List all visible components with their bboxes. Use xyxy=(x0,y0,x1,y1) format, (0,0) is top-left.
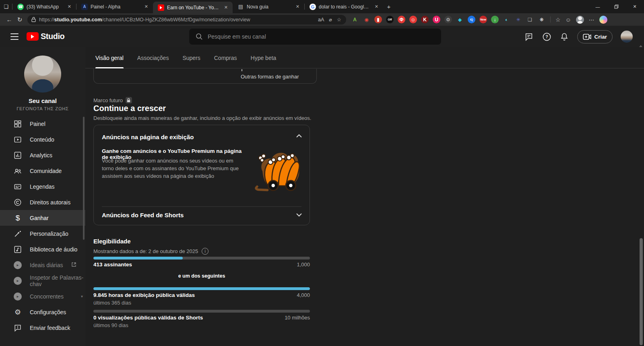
sidebar-item-enviar-feedback[interactable]: Enviar feedback xyxy=(0,320,85,336)
account-avatar[interactable] xyxy=(621,31,633,43)
whatsapp-icon: ☎ xyxy=(17,4,24,10)
sidebar-item-analytics[interactable]: Analytics xyxy=(0,147,85,163)
shorts-views-count: 0 visualizações públicas válidas de Shor… xyxy=(93,315,203,321)
channel-avatar[interactable] xyxy=(24,56,61,93)
lock-icon xyxy=(31,17,36,22)
sidebar-item-painel[interactable]: Painel xyxy=(0,116,85,132)
translate-icon[interactable]: aA xyxy=(317,17,325,23)
extension-circle-icon: ▸ xyxy=(13,276,22,285)
sidebar-item-biblioteca-audio[interactable]: Biblioteca de áudio xyxy=(0,241,85,257)
studio-search-input[interactable] xyxy=(208,33,435,40)
shorts-views-progress-bar xyxy=(93,310,310,313)
menu-icon[interactable] xyxy=(10,33,19,40)
sidebar-item-comunidade[interactable]: Comunidade xyxy=(0,163,85,179)
new-tab-button[interactable]: + xyxy=(383,1,394,12)
spider-icon[interactable]: ✳ xyxy=(514,16,522,23)
sidebar-item-concorrentes[interactable]: ▸ Concorrentes ▾ xyxy=(0,288,85,304)
other-ways-to-earn-label[interactable]: Outras formas de ganhar xyxy=(241,74,299,80)
back-icon[interactable]: ← xyxy=(4,14,14,25)
browser-profile-avatar[interactable] xyxy=(576,16,584,24)
tab-compras[interactable]: Compras xyxy=(214,47,237,68)
studio-brand-label: Studio xyxy=(41,32,64,41)
tab-title: Nova guia xyxy=(247,4,291,10)
create-button[interactable]: Criar xyxy=(577,30,613,43)
tab-whatsapp[interactable]: ☎ (33) WhatsApp ✕ xyxy=(12,0,76,13)
tab-youtube-studio[interactable]: Earn on YouTube - YouTube Studio ✕ xyxy=(153,2,233,13)
tab-title: Earn on YouTube - YouTube Studio xyxy=(167,5,220,10)
chevron-up-icon[interactable] xyxy=(296,134,302,138)
mascot-icon[interactable]: ☺ xyxy=(409,16,417,23)
screen-recorder-icon[interactable]: ◉ xyxy=(363,16,370,23)
eligibility-title: Elegibilidade xyxy=(93,238,131,245)
sidebar-item-personalizacao[interactable]: Personalização xyxy=(0,226,85,241)
keepa-icon[interactable]: K xyxy=(421,16,429,23)
benefit-body: Você pode ganhar com anúncios nos seus v… xyxy=(102,157,245,180)
tab-google-search[interactable]: G dolar to reais - Google Search ✕ xyxy=(305,0,383,13)
scrollbar-up-arrow[interactable] xyxy=(639,45,642,47)
tab-close-icon[interactable]: ✕ xyxy=(294,3,301,10)
user-feedback-icon[interactable]: ☺ xyxy=(566,16,571,23)
more-menu-icon[interactable]: ⋯ xyxy=(589,16,594,23)
notifications-bell-icon[interactable] xyxy=(559,32,569,41)
adguard-icon[interactable]: A xyxy=(351,16,359,23)
shorts-views-target: 10 milhões xyxy=(285,315,310,321)
sidebar-item-legendas[interactable]: Legendas xyxy=(0,179,85,194)
refresh-icon[interactable]: ↻ xyxy=(14,14,25,25)
settings-gear-icon: ⚙ xyxy=(13,308,22,317)
future-milestone-row: Marco futuro xyxy=(93,97,132,103)
close-window-button[interactable]: ✕ xyxy=(625,0,644,13)
sidebar-scrollbar[interactable] xyxy=(83,117,85,240)
address-bar[interactable]: https://studio.youtube.com/channel/UCBzM… xyxy=(27,15,346,25)
favorites-icon[interactable]: ☆ xyxy=(555,16,561,23)
studio-search-bar[interactable] xyxy=(189,29,441,45)
colorful-circle-icon[interactable]: ◐ xyxy=(503,16,510,23)
tab-search-icon[interactable]: ❏ xyxy=(0,0,12,13)
page-title: Continue a crescer xyxy=(93,104,166,113)
diamond-icon[interactable]: ◆ xyxy=(456,16,464,23)
sidebar-item-direitos-autorais[interactable]: Direitos autorais xyxy=(0,194,85,210)
rank-chart-icon[interactable]: ▮ xyxy=(374,16,382,23)
shield-u-icon[interactable]: U xyxy=(433,16,440,23)
sidebar-item-ganhar[interactable]: $ Ganhar xyxy=(0,210,85,226)
main-content: Visão geral Associações Supers Compras H… xyxy=(85,47,644,346)
toolbar-separator xyxy=(550,16,551,23)
sidebar-item-ideais-diarias[interactable]: ▸ Ideais diárias xyxy=(0,257,85,273)
voice-mic-icon[interactable]: Φ xyxy=(398,16,405,23)
tab-visao-geral[interactable]: Visão geral xyxy=(95,47,124,68)
tab-painel-alpha[interactable]: A Painel - Alpha ✕ xyxy=(76,0,153,13)
copilot-icon[interactable] xyxy=(599,16,607,24)
analytics-icon xyxy=(13,151,22,160)
clipped-text-fragment xyxy=(242,69,242,71)
restore-button[interactable] xyxy=(607,0,625,13)
tab-associacoes[interactable]: Associações xyxy=(137,47,169,68)
feedback-bubble-icon[interactable] xyxy=(524,32,534,41)
vidiq-icon[interactable]: iQ xyxy=(468,16,475,23)
tab-close-icon[interactable]: ✕ xyxy=(373,3,380,10)
downloader-icon[interactable]: ↓ xyxy=(491,16,499,23)
page-subtitle: Desbloqueie ainda mais maneiras de ganha… xyxy=(93,115,311,121)
minimize-button[interactable]: — xyxy=(588,0,607,13)
chevron-down-icon[interactable] xyxy=(296,213,302,217)
customization-wand-icon xyxy=(13,229,22,238)
tab-supers[interactable]: Supers xyxy=(182,47,200,68)
tab-hype-beta[interactable]: Hype beta xyxy=(251,47,277,68)
flower-white-icon[interactable]: ❋ xyxy=(538,16,545,23)
tab-close-icon[interactable]: ✕ xyxy=(143,3,150,10)
new-badge-icon[interactable]: New xyxy=(479,16,487,23)
reading-mode-icon[interactable]: ⌀ xyxy=(328,16,333,23)
copy-stack-icon[interactable]: ❏ xyxy=(526,16,534,23)
tab-nova-guia[interactable]: ▤ Nova guia ✕ xyxy=(233,0,304,13)
page-scrollbar[interactable] xyxy=(640,238,643,345)
sidebar-item-configuracoes[interactable]: ⚙ Configurações xyxy=(0,304,85,320)
favorite-star-icon[interactable]: ☆ xyxy=(336,16,342,23)
help-icon[interactable]: ? xyxy=(542,32,551,41)
info-icon[interactable]: i xyxy=(202,248,208,255)
off-badge-icon[interactable]: Off xyxy=(386,16,394,23)
tab-close-icon[interactable]: ✕ xyxy=(66,3,73,10)
tab-close-icon[interactable]: ✕ xyxy=(223,4,229,11)
sidebar: Seu canal ΓΕΓΟΝΟΤΑ ΤΗΣ ΖΩΗΣ Painel Conte… xyxy=(0,47,85,346)
sidebar-item-inspetor-palavras-chave[interactable]: ▸ Inspetor de Palavras-chav xyxy=(0,273,85,288)
studio-logo[interactable]: Studio xyxy=(27,32,64,41)
gear-extension-icon[interactable]: ⚙ xyxy=(444,16,452,23)
sidebar-item-conteudo[interactable]: Conteúdo xyxy=(0,132,85,147)
